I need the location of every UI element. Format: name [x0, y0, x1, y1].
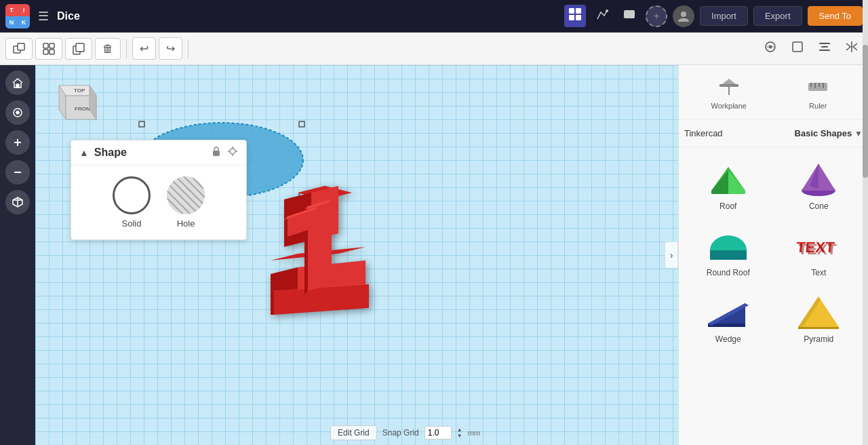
- shape-item-round-roof[interactable]: Round Roof: [684, 219, 772, 283]
- wedge-label: Wedge: [715, 334, 741, 344]
- shape-lock-btn[interactable]: [211, 146, 222, 159]
- workplane-label: Workplane: [711, 102, 747, 110]
- svg-text:TOP: TOP: [74, 88, 85, 94]
- snap-down-btn[interactable]: ▼: [457, 433, 462, 439]
- solid-circle: [113, 176, 151, 214]
- shapes-subcategory-label: Basic Shapes: [795, 128, 852, 138]
- shape-item-text[interactable]: TEXT TEXT Text: [775, 219, 863, 283]
- build-mode-btn[interactable]: [591, 5, 613, 27]
- svg-rect-7: [626, 15, 630, 16]
- zoom-out-btn[interactable]: [5, 160, 30, 185]
- svg-rect-6: [626, 12, 633, 14]
- export-btn[interactable]: Export: [753, 6, 802, 26]
- add-user-btn[interactable]: +: [646, 5, 667, 27]
- svg-marker-58: [284, 216, 288, 240]
- solid-option[interactable]: Solid: [113, 176, 151, 229]
- shape-mode-btn[interactable]: [787, 37, 808, 60]
- home-btn[interactable]: [5, 71, 30, 95]
- svg-rect-1: [576, 8, 581, 14]
- svg-rect-12: [50, 43, 54, 48]
- cone-icon: [795, 158, 842, 199]
- shape-panel-collapse-icon[interactable]: ▲: [79, 147, 89, 158]
- svg-rect-66: [719, 84, 738, 87]
- svg-marker-92: [798, 327, 839, 329]
- delete-btn[interactable]: 🗑: [95, 38, 121, 60]
- user-avatar[interactable]: [673, 5, 694, 27]
- shape-panel: ▲ Shape: [71, 140, 247, 240]
- left-sidebar: [0, 65, 35, 445]
- zoom-in-btn[interactable]: [5, 130, 30, 155]
- number-1-shape[interactable]: [257, 172, 393, 338]
- pyramid-icon: [795, 291, 842, 332]
- redo-btn[interactable]: ↪: [159, 37, 182, 60]
- svg-rect-10: [18, 43, 24, 50]
- bottom-bar: Edit Grid Snap Grid ▲ ▼ mm: [71, 421, 488, 445]
- svg-rect-36: [299, 121, 304, 127]
- ruler-btn[interactable]: Ruler: [774, 71, 863, 114]
- duplicate-btn[interactable]: [65, 38, 92, 60]
- canvas-area[interactable]: TOP FRONT: [35, 65, 678, 445]
- hole-circle: [167, 176, 205, 214]
- right-panel: Workplane Ruler Tinkercad Basic Shapes ▼: [678, 65, 868, 445]
- scrollbar-thumb[interactable]: [863, 65, 868, 178]
- mirror-btn[interactable]: [841, 37, 863, 60]
- shape-item-cone[interactable]: Cone: [775, 153, 863, 216]
- scrollbar[interactable]: [863, 65, 868, 445]
- logo[interactable]: T I N K: [5, 4, 30, 28]
- shape-item-pyramid[interactable]: Pyramid: [775, 286, 863, 349]
- text-label: Text: [811, 268, 826, 277]
- svg-marker-52: [271, 291, 274, 315]
- send-to-btn[interactable]: Send To: [808, 6, 863, 26]
- align-btn[interactable]: [814, 37, 835, 60]
- svg-rect-0: [569, 8, 574, 14]
- logo-cell-n: N: [5, 16, 18, 28]
- svg-point-4: [606, 9, 608, 12]
- svg-rect-21: [821, 46, 828, 47]
- svg-point-26: [16, 111, 19, 114]
- shape-light-btn[interactable]: [227, 146, 238, 159]
- svg-point-61: [230, 149, 235, 154]
- grid-view-btn[interactable]: [564, 5, 586, 27]
- svg-rect-2: [569, 15, 574, 20]
- shapes-dropdown-header[interactable]: Tinkercad Basic Shapes ▼: [684, 125, 863, 141]
- svg-marker-75: [711, 170, 728, 194]
- 3d-shape-btn[interactable]: [5, 190, 30, 214]
- wedge-icon: [705, 291, 752, 332]
- solid-label: Solid: [122, 218, 142, 229]
- svg-rect-22: [819, 50, 830, 51]
- hole-option[interactable]: Hole: [167, 176, 205, 229]
- shape-panel-header: ▲ Shape: [71, 140, 246, 166]
- shapes-category-label: Tinkercad: [684, 128, 792, 138]
- workplane-btn[interactable]: Workplane: [684, 71, 774, 114]
- snap-value-input[interactable]: [425, 426, 452, 440]
- shape-options: Solid Hole: [71, 166, 246, 239]
- cone-label: Cone: [809, 201, 829, 211]
- shapes-dropdown-container: Tinkercad Basic Shapes ▼: [679, 120, 868, 147]
- snap-up-btn[interactable]: ▲: [457, 427, 462, 433]
- round-roof-label: Round Roof: [707, 268, 750, 277]
- svg-rect-19: [793, 42, 802, 52]
- svg-rect-24: [16, 84, 19, 88]
- snap-arrows: ▲ ▼: [457, 427, 462, 439]
- undo-btn[interactable]: ↩: [132, 37, 156, 60]
- storage-btn[interactable]: [618, 5, 640, 27]
- roof-label: Roof: [719, 201, 736, 211]
- svg-marker-67: [722, 79, 736, 84]
- svg-rect-20: [819, 43, 830, 44]
- view-mode-btn[interactable]: [760, 37, 781, 60]
- view-cube[interactable]: TOP FRONT: [45, 75, 100, 130]
- project-name[interactable]: Dice: [57, 10, 80, 22]
- import-btn[interactable]: Import: [700, 6, 748, 26]
- shape-item-roof[interactable]: Roof: [684, 153, 772, 216]
- svg-rect-5: [624, 10, 635, 18]
- ungroup-btn[interactable]: [35, 38, 62, 60]
- shape-panel-title: Shape: [94, 147, 205, 159]
- logo-cell-i: I: [18, 4, 30, 16]
- shape-item-wedge[interactable]: Wedge: [684, 286, 772, 349]
- selection-btn[interactable]: [5, 100, 30, 125]
- canvas-collapse-btn[interactable]: ›: [665, 241, 678, 269]
- topbar: T I N K ☰ Dice + Import Ex: [0, 0, 868, 33]
- shapes-dropdown-arrow-icon: ▼: [854, 129, 863, 138]
- group-btn[interactable]: [5, 38, 33, 60]
- edit-grid-btn[interactable]: Edit Grid: [330, 425, 377, 440]
